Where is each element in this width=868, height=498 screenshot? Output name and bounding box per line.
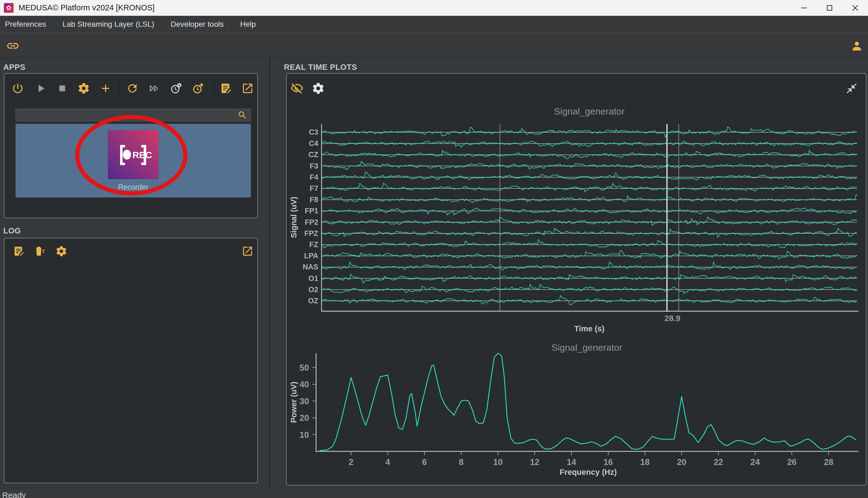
app-search-input[interactable] — [16, 111, 238, 119]
app-add-button[interactable] — [99, 82, 112, 95]
app-stop-button[interactable] — [56, 82, 68, 95]
psd-x-tick-label: 20 — [677, 457, 686, 467]
eeg-x-axis-label: Time (s) — [574, 324, 604, 333]
recorder-app-tile[interactable]: REC — [108, 130, 158, 179]
eeg-trace-F8 — [322, 195, 857, 202]
toolbar-separator — [214, 79, 214, 99]
eeg-trace-FPZ — [322, 228, 857, 237]
trash-icon — [33, 245, 45, 257]
psd-y-tick-label: 40 — [300, 380, 309, 389]
psd-x-tick-label: 26 — [787, 457, 796, 467]
psd-x-tick-label: 2 — [348, 457, 353, 467]
eeg-channel-label: O1 — [308, 274, 318, 283]
toolbar-separator — [119, 79, 119, 99]
menu-lsl[interactable]: Lab Streaming Layer (LSL) — [54, 16, 163, 32]
psd-x-axis-label: Frequency (Hz) — [560, 468, 617, 476]
plots-collapse-button[interactable] — [846, 82, 858, 94]
app-edit-note-button[interactable] — [219, 82, 232, 95]
eeg-trace-F7 — [322, 183, 857, 192]
note-edit-icon — [219, 82, 232, 95]
power-icon — [11, 82, 24, 95]
eeg-channel-label: F7 — [309, 184, 318, 193]
gear-icon — [77, 82, 90, 95]
menu-bar: Preferences Lab Streaming Layer (LSL) De… — [0, 16, 868, 33]
maximize-icon — [826, 4, 834, 12]
log-settings-button[interactable] — [55, 245, 67, 257]
medusa-platform-window: ✿ MEDUSA© Platform v2024 [KRONOS] Prefer… — [0, 0, 868, 498]
close-icon — [851, 3, 859, 12]
app-logo-icon: ✿ — [4, 3, 14, 13]
plots-hide-button[interactable] — [291, 82, 304, 95]
plots-settings-button[interactable] — [312, 82, 325, 95]
psd-y-tick-label: 30 — [300, 396, 309, 406]
clock-plus-icon — [192, 82, 204, 95]
recorder-app-label: Recorder — [118, 183, 148, 192]
clock-gear-icon — [170, 82, 182, 95]
app-settings-button[interactable] — [77, 82, 90, 95]
eeg-channel-label: O2 — [308, 286, 318, 294]
psd-x-tick-label: 24 — [750, 457, 760, 467]
svg-text:REC: REC — [132, 150, 152, 160]
main-toolbar — [0, 34, 868, 58]
menu-developer-tools[interactable]: Developer tools — [163, 16, 232, 32]
menu-help[interactable]: Help — [232, 16, 264, 32]
lsl-link-button[interactable] — [6, 39, 20, 53]
plots-section-label: REAL TIME PLOTS — [284, 63, 357, 72]
log-section-label: LOG — [3, 226, 21, 235]
user-account-button[interactable] — [851, 40, 863, 52]
eeg-trace-FP1 — [322, 208, 857, 215]
app-search-box — [15, 109, 251, 121]
eeg-trace-OZ — [322, 296, 857, 305]
eeg-channel-label: FP2 — [305, 218, 318, 226]
psd-x-tick-label: 8 — [459, 457, 463, 467]
app-power-button[interactable] — [11, 82, 24, 95]
status-text: Ready — [2, 490, 868, 498]
log-edit-note-button[interactable] — [13, 245, 25, 257]
psd-x-tick-label: 6 — [422, 457, 426, 467]
log-empty-area — [7, 263, 255, 480]
eeg-channel-label: C4 — [309, 139, 318, 147]
eeg-channel-label: OZ — [308, 297, 319, 305]
maximize-button[interactable] — [817, 0, 842, 16]
eeg-title: Signal_generator — [554, 106, 625, 116]
psd-chart[interactable]: 1020304050246810121416182022242628Signal… — [286, 338, 866, 485]
eeg-channel-label: F4 — [309, 173, 318, 181]
plus-icon — [99, 82, 112, 95]
eeg-channel-label: FP1 — [305, 207, 318, 215]
eeg-channel-label: LPA — [304, 252, 318, 260]
psd-x-tick-label: 10 — [493, 457, 502, 467]
eeg-channel-label: NAS — [303, 263, 318, 271]
app-schedule-add-button[interactable] — [192, 82, 204, 95]
eeg-signal-chart[interactable]: C3C4CZF3F4F7F8FP1FP2FPZFZLPANASO1O2OZSig… — [286, 95, 866, 338]
menu-preferences[interactable]: Preferences — [0, 16, 54, 32]
apps-section-label: APPS — [3, 63, 25, 72]
psd-y-tick-label: 50 — [300, 363, 309, 372]
minimize-button[interactable] — [791, 0, 817, 16]
psd-y-axis-label: Power (uV) — [289, 382, 298, 423]
app-schedule-settings-button[interactable] — [170, 82, 182, 95]
status-bar: Ready — [0, 488, 868, 498]
app-play-button[interactable] — [34, 82, 47, 95]
title-bar: ✿ MEDUSA© Platform v2024 [KRONOS] — [0, 0, 868, 16]
panel-splitter[interactable] — [270, 58, 271, 488]
eeg-trace-FZ — [322, 239, 857, 248]
eeg-trace-NAS — [322, 262, 857, 270]
eeg-trace-O2 — [322, 285, 857, 294]
psd-y-tick-label: 10 — [300, 430, 309, 440]
app-restart-button[interactable] — [126, 82, 139, 95]
app-open-external-button[interactable] — [241, 82, 254, 95]
log-clear-button[interactable] — [33, 245, 45, 257]
restart-clock-icon — [126, 82, 139, 95]
window-title: MEDUSA© Platform v2024 [KRONOS] — [18, 3, 154, 12]
close-button[interactable] — [842, 0, 868, 16]
psd-line — [320, 353, 856, 450]
gear-icon — [55, 245, 67, 257]
psd-x-tick-label: 28 — [824, 457, 833, 467]
psd-y-tick-label: 20 — [300, 413, 309, 423]
psd-x-tick-label: 14 — [567, 457, 576, 467]
gear-icon — [312, 82, 325, 95]
psd-x-tick-label: 18 — [640, 457, 649, 467]
log-open-external-button[interactable] — [242, 245, 254, 257]
eeg-channel-label: CZ — [308, 150, 318, 159]
app-fast-forward-button[interactable] — [148, 82, 160, 95]
